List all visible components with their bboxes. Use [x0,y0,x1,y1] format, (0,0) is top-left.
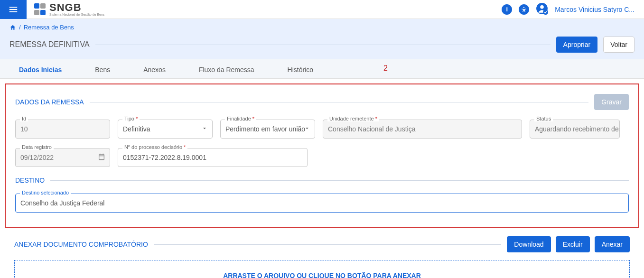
info-icon[interactable]: i [502,4,512,15]
data-registro-field: 09/12/2022 [15,148,110,167]
breadcrumb-item[interactable]: Remessa de Bens [24,24,74,31]
section-title-destino: DESTINO [15,176,45,184]
unidade-field: Conselho Nacional de Justiça [323,120,522,139]
divider [95,45,551,45]
tipo-select[interactable]: Definitiva [118,120,213,139]
svg-point-0 [523,7,524,8]
tab-bens[interactable]: Bens [95,66,110,74]
data-registro-label: Data registro [20,144,54,150]
divider [90,102,589,102]
annotation-marker: 2 [383,64,388,73]
tab-dados-inicias[interactable]: Dados Inicias [19,66,62,74]
svg-point-2 [540,5,544,9]
section-title-dados: DADOS DA REMESSA [15,98,84,106]
unidade-label: Unidade remetente * [327,116,379,121]
divider [50,180,629,181]
user-avatar-icon[interactable] [536,2,548,16]
section-title-anexar: ANEXAR DOCUMENTO COMPROBATÓRIO [14,241,148,248]
logo-subtitle: Sistema Nacional de Gestão de Bens [49,13,104,16]
tipo-label: Tipo * [122,116,140,121]
excluir-button[interactable]: Excluir [556,236,590,252]
hamburger-icon [8,4,19,15]
chevron-down-icon [304,125,310,133]
chevron-down-icon [201,125,208,133]
finalidade-label: Finalidade * [225,116,256,121]
divider [154,244,502,245]
calendar-icon [98,153,105,162]
id-label: Id [20,116,28,121]
tab-bar: Dados Inicias Bens Anexos Fluxo da Remes… [0,59,644,79]
breadcrumb-bar: / Remessa de Bens [0,19,644,33]
top-bar: SNGB Sistema Nacional de Gestão de Bens … [0,0,644,19]
status-field: Aguardando recebimento destina [530,120,620,139]
finalidade-select[interactable]: Perdimento em favor união [220,120,315,139]
gravar-button: Gravar [594,94,629,110]
tab-anexos[interactable]: Anexos [143,66,166,74]
destino-input[interactable]: Conselho da Justiça Federal [15,194,629,213]
status-label: Status [534,116,553,121]
breadcrumb-home[interactable] [9,24,16,31]
accessibility-icon[interactable] [519,4,529,15]
tab-fluxo[interactable]: Fluxo da Remessa [199,66,254,74]
destino-label: Destino selecionado [20,190,71,195]
highlighted-region: DADOS DA REMESSA Gravar Id 10 Tipo * Def… [5,83,639,228]
app-logo: SNGB Sistema Nacional de Gestão de Bens [34,2,104,16]
breadcrumb-sep: / [19,24,21,31]
page-title: REMESSA DEFINITIVA [9,40,90,49]
anexar-button[interactable]: Anexar [595,236,630,252]
apropriar-button[interactable]: Apropriar [556,37,598,53]
title-row: REMESSA DEFINITIVA Apropriar Voltar [0,33,644,59]
processo-label: Nº do processo decisório * [122,144,187,150]
file-dropzone[interactable]: ARRASTE O ARQUIVO OU CLIQUE NO BOTÃO PAR… [14,260,630,278]
processo-input[interactable]: 0152371-72.2022.8.19.0001 [118,148,308,167]
download-button[interactable]: Download [507,236,551,252]
tab-historico[interactable]: Histórico [288,66,313,74]
logo-mark-icon [34,3,47,16]
breadcrumb: / Remessa de Bens [9,24,635,31]
voltar-button[interactable]: Voltar [603,37,635,53]
menu-toggle-button[interactable] [0,0,27,19]
logo-name: SNGB [49,2,104,13]
user-name[interactable]: Marcos Vinicius Satyro C... [555,6,635,13]
home-icon [9,24,16,31]
id-field: 10 [15,120,110,139]
